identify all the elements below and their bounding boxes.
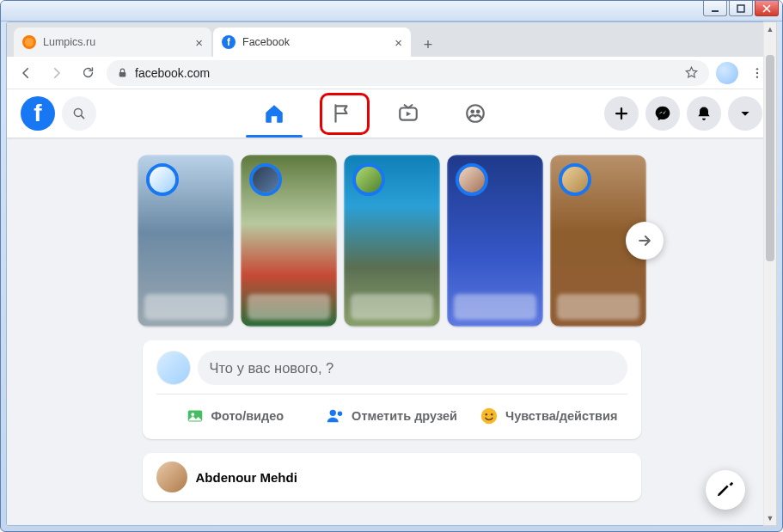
photo-video-icon: [186, 407, 205, 425]
svg-point-5: [756, 76, 758, 77]
svg-point-4: [756, 71, 758, 73]
create-button[interactable]: [604, 96, 639, 131]
caret-down-icon: [738, 107, 752, 120]
page-content: f: [7, 89, 776, 525]
composer-avatar[interactable]: [156, 351, 191, 385]
tag-friends-icon: [326, 407, 345, 425]
browser-frame: Lumpics.ru × f Facebook × + facebook.com: [6, 21, 777, 526]
browser-tab[interactable]: f Facebook ×: [213, 28, 411, 57]
feeling-icon: [480, 407, 499, 425]
svg-rect-0: [712, 10, 719, 12]
svg-rect-2: [119, 72, 126, 76]
story-card[interactable]: [138, 155, 234, 327]
address-bar[interactable]: facebook.com: [107, 60, 709, 86]
svg-point-9: [470, 109, 474, 113]
flag-icon: [330, 102, 352, 125]
svg-point-17: [491, 413, 493, 416]
svg-point-16: [485, 413, 487, 416]
plus-icon: [614, 106, 629, 121]
svg-point-14: [338, 412, 343, 417]
facebook-favicon: f: [222, 35, 236, 49]
scroll-up-arrow[interactable]: ▲: [764, 22, 776, 36]
watch-icon: [397, 102, 419, 125]
fb-nav-center: [193, 94, 556, 133]
new-message-fab[interactable]: [706, 470, 745, 510]
story-card[interactable]: [447, 155, 543, 327]
composer-tag-friends[interactable]: Отметить друзей: [313, 400, 470, 432]
groups-icon: [464, 102, 486, 125]
close-window-button[interactable]: [755, 1, 779, 16]
post-composer: Что у вас нового, ? Фото/видео Отметить …: [143, 340, 641, 439]
scroll-down-arrow[interactable]: ▼: [764, 511, 776, 525]
facebook-logo[interactable]: f: [21, 96, 55, 131]
nav-groups[interactable]: [445, 94, 505, 133]
nav-home[interactable]: [244, 94, 304, 133]
svg-point-8: [467, 105, 484, 122]
nav-pages[interactable]: [311, 94, 371, 133]
aero-window: Lumpics.ru × f Facebook × + facebook.com: [0, 0, 783, 532]
url-text: facebook.com: [135, 66, 210, 80]
stories-next-button[interactable]: [626, 222, 664, 260]
scrollbar-thumb[interactable]: [766, 55, 774, 261]
account-button[interactable]: [728, 96, 762, 131]
post-author-name[interactable]: Abdenour Mehdi: [196, 470, 297, 485]
messenger-icon: [654, 105, 671, 122]
back-button[interactable]: [14, 61, 38, 85]
news-feed[interactable]: Что у вас нового, ? Фото/видео Отметить …: [7, 138, 776, 510]
tab-title: Facebook: [242, 36, 388, 48]
reload-button[interactable]: [76, 61, 100, 85]
new-message-icon: [716, 480, 735, 499]
close-tab-icon[interactable]: ×: [195, 36, 203, 49]
star-icon[interactable]: [684, 65, 699, 80]
story-card[interactable]: [344, 155, 440, 327]
svg-point-10: [475, 109, 480, 113]
lock-icon: [117, 67, 128, 78]
svg-point-15: [481, 408, 497, 424]
close-tab-icon[interactable]: ×: [395, 36, 402, 49]
stories-tray: [138, 155, 646, 327]
tab-title: Lumpics.ru: [43, 36, 188, 48]
minimize-button[interactable]: [703, 1, 727, 16]
notifications-button[interactable]: [687, 96, 721, 131]
bell-icon: [695, 105, 713, 122]
home-icon: [263, 102, 285, 125]
svg-point-12: [191, 413, 194, 416]
feed-post[interactable]: Abdenour Mehdi: [143, 453, 641, 501]
new-tab-button[interactable]: +: [416, 33, 440, 57]
composer-photo-video[interactable]: Фото/видео: [156, 400, 314, 432]
browser-tab[interactable]: Lumpics.ru ×: [14, 28, 211, 57]
profile-avatar[interactable]: [716, 62, 738, 84]
nav-watch[interactable]: [378, 94, 438, 133]
story-card[interactable]: [241, 155, 337, 327]
messenger-button[interactable]: [645, 96, 680, 131]
lumpics-favicon: [22, 35, 36, 49]
composer-feeling[interactable]: Чувства/действия: [470, 400, 627, 432]
post-author-avatar[interactable]: [156, 462, 187, 492]
svg-point-13: [330, 410, 336, 416]
arrow-right-icon: [636, 232, 653, 249]
svg-point-3: [756, 68, 758, 70]
composer-prompt[interactable]: Что у вас нового, ?: [198, 351, 627, 385]
search-button[interactable]: [62, 96, 96, 131]
maximize-button[interactable]: [729, 1, 753, 16]
svg-rect-1: [737, 5, 744, 12]
browser-toolbar: facebook.com: [7, 57, 776, 89]
svg-point-6: [74, 108, 82, 116]
window-titlebar: [1, 1, 782, 21]
forward-button[interactable]: [45, 61, 69, 85]
window-scrollbar[interactable]: ▲ ▼: [763, 21, 777, 526]
facebook-header: f: [7, 89, 776, 138]
tab-strip: Lumpics.ru × f Facebook × +: [7, 22, 776, 57]
